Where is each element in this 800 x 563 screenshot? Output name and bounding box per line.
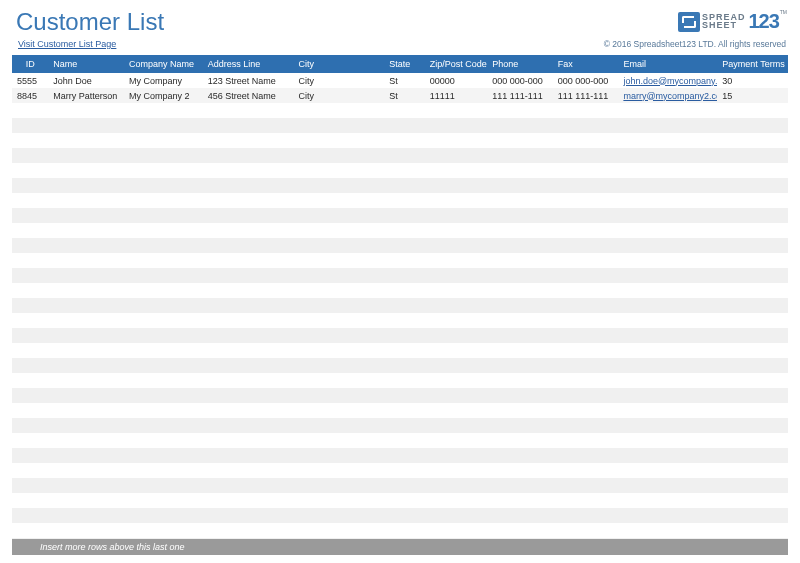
table-cell[interactable] [124, 403, 203, 418]
table-cell[interactable] [553, 463, 619, 478]
table-cell[interactable] [425, 133, 488, 148]
table-cell[interactable] [487, 358, 553, 373]
email-link[interactable]: marry@mycompany2.com [623, 91, 717, 101]
table-cell[interactable] [12, 523, 48, 538]
table-cell[interactable] [48, 493, 124, 508]
table-cell[interactable] [294, 418, 385, 433]
table-row-empty[interactable] [12, 328, 788, 343]
table-cell[interactable] [487, 148, 553, 163]
table-cell[interactable] [124, 463, 203, 478]
table-cell[interactable] [487, 238, 553, 253]
table-row[interactable]: 5555John DoeMy Company123 Street NameCit… [12, 73, 788, 88]
table-cell[interactable] [384, 388, 424, 403]
table-cell[interactable] [717, 298, 788, 313]
table-cell[interactable] [203, 373, 294, 388]
table-cell[interactable] [12, 208, 48, 223]
table-cell[interactable] [553, 418, 619, 433]
table-cell[interactable] [553, 328, 619, 343]
table-row-empty[interactable] [12, 463, 788, 478]
col-header-zip[interactable]: Zip/Post Code [425, 55, 488, 73]
table-cell[interactable] [124, 283, 203, 298]
table-cell[interactable] [553, 253, 619, 268]
table-cell[interactable] [124, 448, 203, 463]
table-cell[interactable] [12, 448, 48, 463]
table-cell[interactable] [12, 253, 48, 268]
table-cell[interactable] [294, 193, 385, 208]
table-cell[interactable] [203, 343, 294, 358]
table-cell[interactable] [203, 178, 294, 193]
table-cell[interactable] [425, 433, 488, 448]
table-cell[interactable] [717, 493, 788, 508]
table-cell[interactable] [553, 373, 619, 388]
table-cell[interactable] [203, 523, 294, 538]
table-cell[interactable] [203, 403, 294, 418]
table-cell[interactable]: 5555 [12, 73, 48, 88]
table-cell[interactable]: 11111 [425, 88, 488, 103]
table-cell[interactable] [294, 433, 385, 448]
table-cell[interactable] [12, 223, 48, 238]
table-cell[interactable] [425, 313, 488, 328]
table-cell[interactable] [384, 343, 424, 358]
table-cell[interactable] [618, 193, 717, 208]
table-cell[interactable] [12, 478, 48, 493]
table-cell[interactable] [48, 298, 124, 313]
table-cell[interactable] [717, 223, 788, 238]
table-cell[interactable] [48, 433, 124, 448]
table-cell[interactable]: Marry Patterson [48, 88, 124, 103]
table-cell[interactable] [425, 208, 488, 223]
table-cell[interactable] [553, 148, 619, 163]
table-cell[interactable] [487, 433, 553, 448]
table-cell[interactable] [717, 148, 788, 163]
table-cell[interactable] [553, 103, 619, 118]
table-cell[interactable]: 00000 [425, 73, 488, 88]
table-cell[interactable] [384, 193, 424, 208]
table-cell[interactable] [384, 178, 424, 193]
table-cell[interactable] [124, 268, 203, 283]
table-cell[interactable] [425, 358, 488, 373]
table-cell[interactable] [48, 133, 124, 148]
table-cell[interactable] [487, 268, 553, 283]
table-cell[interactable] [12, 178, 48, 193]
table-cell[interactable] [487, 313, 553, 328]
table-cell[interactable] [553, 178, 619, 193]
table-cell[interactable] [384, 223, 424, 238]
table-cell[interactable] [124, 418, 203, 433]
table-cell[interactable] [425, 343, 488, 358]
table-cell[interactable] [717, 208, 788, 223]
table-cell[interactable] [12, 103, 48, 118]
table-cell[interactable] [553, 433, 619, 448]
table-cell[interactable] [12, 118, 48, 133]
table-cell[interactable] [124, 193, 203, 208]
table-cell[interactable] [294, 133, 385, 148]
table-cell[interactable] [12, 508, 48, 523]
table-cell[interactable] [12, 268, 48, 283]
table-cell[interactable] [553, 118, 619, 133]
table-cell[interactable] [553, 508, 619, 523]
table-cell[interactable] [294, 493, 385, 508]
table-row-empty[interactable] [12, 223, 788, 238]
table-cell[interactable] [12, 418, 48, 433]
table-cell[interactable]: john.doe@mycompany.co [618, 73, 717, 88]
table-row-empty[interactable] [12, 163, 788, 178]
table-cell[interactable]: 123 Street Name [203, 73, 294, 88]
table-cell[interactable] [487, 208, 553, 223]
table-cell[interactable] [124, 523, 203, 538]
table-cell[interactable] [425, 268, 488, 283]
table-cell[interactable] [48, 208, 124, 223]
table-cell[interactable] [203, 223, 294, 238]
table-row-empty[interactable] [12, 148, 788, 163]
table-cell[interactable] [294, 313, 385, 328]
table-cell[interactable] [553, 268, 619, 283]
table-cell[interactable] [487, 193, 553, 208]
table-cell[interactable] [553, 388, 619, 403]
table-cell[interactable] [717, 133, 788, 148]
table-cell[interactable] [618, 328, 717, 343]
table-cell[interactable] [487, 403, 553, 418]
table-cell[interactable] [12, 313, 48, 328]
table-cell[interactable] [203, 313, 294, 328]
table-cell[interactable] [618, 478, 717, 493]
table-cell[interactable] [425, 238, 488, 253]
table-cell[interactable] [618, 253, 717, 268]
table-cell[interactable] [48, 343, 124, 358]
table-cell[interactable] [618, 373, 717, 388]
